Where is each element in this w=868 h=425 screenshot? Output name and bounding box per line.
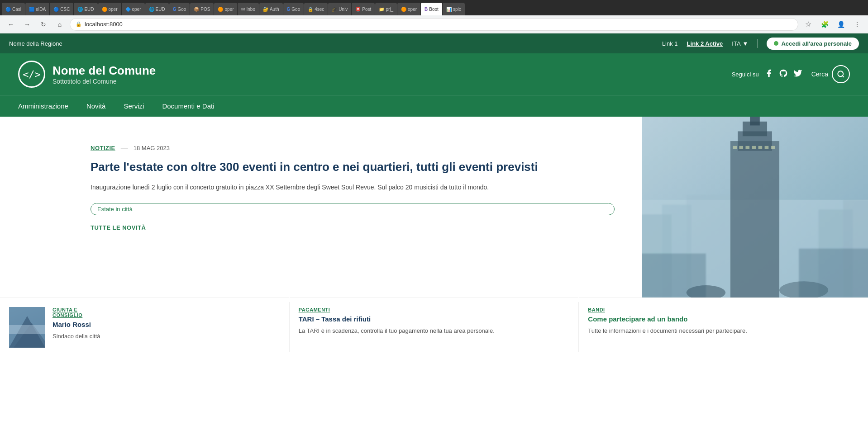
language-selector[interactable]: ITA ▼ bbox=[732, 40, 748, 47]
tab-eud2[interactable]: 🌐EUD bbox=[145, 3, 169, 15]
svg-line-1 bbox=[842, 76, 844, 77]
bookmark-button[interactable]: ☆ bbox=[802, 18, 815, 31]
nav-servizi[interactable]: Servizi bbox=[124, 96, 144, 116]
site-logo[interactable]: </> bbox=[18, 61, 45, 88]
svg-rect-24 bbox=[642, 117, 868, 298]
svg-rect-28 bbox=[9, 325, 45, 334]
hero-tag[interactable]: Estate in città bbox=[91, 203, 615, 215]
hero-section: NOTIZIE — 18 MAG 2023 Parte l'estate con… bbox=[0, 117, 868, 298]
card-title-2[interactable]: Come partecipare ad un bando bbox=[588, 315, 859, 323]
card-category-2[interactable]: BANDI bbox=[588, 307, 859, 312]
header-right: Seguici su Cerca bbox=[732, 65, 850, 83]
search-area: Cerca bbox=[811, 65, 850, 83]
address-text: localhost:8000 bbox=[85, 21, 123, 28]
lang-chevron-icon: ▼ bbox=[743, 40, 749, 47]
all-news-link[interactable]: TUTTE LE NOVITÀ bbox=[91, 224, 615, 231]
card-1: PAGAMENTI TARI – Tassa dei rifiuti La TA… bbox=[290, 298, 579, 357]
browser-toolbar: ← → ↻ ⌂ 🔒 localhost:8000 ☆ 🧩 👤 ⋮ bbox=[0, 15, 868, 33]
topbar-link1[interactable]: Link 1 bbox=[662, 40, 678, 47]
tab-prj[interactable]: 📁prj_ bbox=[375, 3, 397, 15]
tab-4sec[interactable]: 🔒4sec bbox=[304, 3, 328, 15]
nav-documenti[interactable]: Documenti e Dati bbox=[162, 96, 214, 116]
card-content-0: GIUNTA E CONSIGLIO Mario Rossi Sindaco d… bbox=[52, 307, 280, 348]
status-dot bbox=[774, 41, 778, 46]
card-content-1: PAGAMENTI TARI – Tassa dei rifiuti La TA… bbox=[299, 307, 570, 348]
hero-title: Parte l'estate con oltre 300 eventi in c… bbox=[91, 159, 615, 175]
hero-category-row: NOTIZIE — 18 MAG 2023 bbox=[91, 144, 615, 152]
tab-oper4[interactable]: 🟠oper bbox=[397, 3, 420, 15]
divider bbox=[757, 39, 758, 48]
svg-point-0 bbox=[838, 71, 843, 76]
card-title-0[interactable]: Mario Rossi bbox=[52, 321, 280, 328]
content-area: NOTIZIE — 18 MAG 2023 Parte l'estate con… bbox=[0, 117, 868, 357]
tab-oper2[interactable]: 🔷oper bbox=[122, 3, 145, 15]
browser-tab-bar: 🔵Casi 🟦eIDA 🔵CSC 🌐EUD 🟠oper 🔷oper 🌐EUD G… bbox=[0, 0, 868, 15]
hero-date: 18 MAG 2023 bbox=[134, 145, 170, 151]
forward-button[interactable]: → bbox=[21, 18, 33, 31]
extensions-button[interactable]: 🧩 bbox=[818, 18, 831, 31]
tab-casi[interactable]: 🔵Casi bbox=[2, 3, 25, 15]
nav-novita[interactable]: Novità bbox=[86, 96, 106, 116]
tab-goo1[interactable]: GGoo bbox=[169, 3, 190, 15]
tab-univ[interactable]: 🎓Univ bbox=[328, 3, 351, 15]
card-0: GIUNTA E CONSIGLIO Mario Rossi Sindaco d… bbox=[0, 298, 289, 357]
back-button[interactable]: ← bbox=[5, 18, 17, 31]
tab-boot[interactable]: BBoot bbox=[421, 3, 442, 15]
card-image-0 bbox=[9, 307, 45, 348]
tab-post[interactable]: 📮Post bbox=[352, 3, 375, 15]
social-area: Seguici su bbox=[732, 69, 802, 80]
site-title-area: Nome del Comune Sottotitolo del Comune bbox=[52, 64, 156, 85]
tab-oper1[interactable]: 🟠oper bbox=[98, 3, 121, 15]
region-name: Nome della Regione bbox=[9, 40, 62, 47]
tab-inbo[interactable]: ✉Inbo bbox=[238, 3, 258, 15]
tab-pos[interactable]: 📦POS bbox=[190, 3, 214, 15]
topbar-link2[interactable]: Link 2 Active bbox=[687, 40, 723, 47]
site-title[interactable]: Nome del Comune bbox=[52, 64, 156, 78]
hero-image bbox=[642, 117, 868, 298]
logo-area: </> Nome del Comune Sottotitolo del Comu… bbox=[18, 61, 156, 88]
tab-auth[interactable]: 🔐Auth bbox=[259, 3, 283, 15]
tab-oper3[interactable]: 🟠oper bbox=[214, 3, 237, 15]
twitter-icon[interactable] bbox=[793, 69, 802, 80]
tab-eud1[interactable]: 🌐EUD bbox=[74, 3, 97, 15]
card-content-2: BANDI Come partecipare ad un bando Tutte… bbox=[588, 307, 859, 348]
menu-button[interactable]: ⋮ bbox=[851, 18, 863, 31]
cards-section: GIUNTA E CONSIGLIO Mario Rossi Sindaco d… bbox=[0, 298, 868, 357]
github-icon[interactable] bbox=[779, 69, 788, 80]
nav-amministrazione[interactable]: Amministrazione bbox=[18, 96, 68, 116]
tab-csc[interactable]: 🔵CSC bbox=[50, 3, 73, 15]
reload-button[interactable]: ↻ bbox=[37, 18, 50, 31]
site-subtitle: Sottotitolo del Comune bbox=[52, 78, 156, 85]
card-2: BANDI Come partecipare ad un bando Tutte… bbox=[579, 298, 868, 357]
tab-spio[interactable]: 📊spio bbox=[443, 3, 465, 15]
search-button[interactable] bbox=[832, 65, 850, 83]
facebook-icon[interactable] bbox=[764, 69, 773, 80]
card-category-1[interactable]: PAGAMENTI bbox=[299, 307, 570, 312]
tab-eida[interactable]: 🟦eIDA bbox=[25, 3, 49, 15]
card-title-1[interactable]: TARI – Tassa dei rifiuti bbox=[299, 315, 570, 323]
home-button[interactable]: ⌂ bbox=[53, 18, 66, 31]
hero-separator: — bbox=[121, 144, 128, 152]
hero-text: NOTIZIE — 18 MAG 2023 Parte l'estate con… bbox=[0, 117, 642, 298]
card-desc-2: Tutte le informazioni e i documenti nece… bbox=[588, 326, 859, 335]
lock-icon: 🔒 bbox=[76, 21, 82, 27]
search-label: Cerca bbox=[811, 71, 828, 78]
hero-category-label[interactable]: NOTIZIE bbox=[91, 145, 115, 151]
hero-description: Inaugurazione lunedì 2 luglio con il con… bbox=[91, 182, 615, 192]
main-header: </> Nome del Comune Sottotitolo del Comu… bbox=[0, 53, 868, 95]
card-category-0[interactable]: GIUNTA E CONSIGLIO bbox=[52, 307, 280, 318]
nav-bar: Amministrazione Novità Servizi Documenti… bbox=[0, 95, 868, 117]
profile-button[interactable]: 👤 bbox=[835, 18, 847, 31]
address-bar[interactable]: 🔒 localhost:8000 bbox=[70, 18, 798, 31]
login-button[interactable]: Accedi all'area personale bbox=[767, 38, 859, 50]
lang-label: ITA bbox=[732, 40, 740, 47]
card-desc-1: La TARI è in scadenza, controlla il tuo … bbox=[299, 326, 570, 335]
login-label: Accedi all'area personale bbox=[781, 40, 852, 47]
tab-goo2[interactable]: GGoo bbox=[283, 3, 304, 15]
top-bar: Nome della Regione Link 1 Link 2 Active … bbox=[0, 33, 868, 53]
card-desc-0: Sindaco della città bbox=[52, 332, 280, 341]
logo-code: </> bbox=[23, 69, 41, 80]
seguici-label: Seguici su bbox=[732, 71, 759, 78]
